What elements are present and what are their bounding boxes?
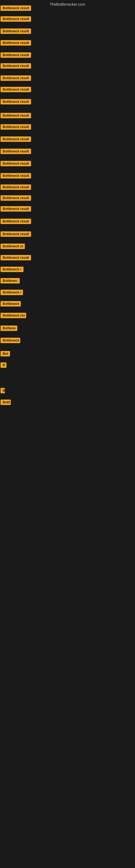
bottleneck-item: Bottleneck result (1, 75, 31, 82)
bottleneck-badge[interactable]: Bottleneck result (1, 87, 31, 92)
bottleneck-item: Bottleneck result (1, 206, 31, 213)
bottleneck-badge[interactable]: Bottleneck result (1, 75, 31, 81)
bottleneck-badge[interactable]: Bottleneck result (1, 184, 31, 190)
bottleneck-item: Bottleneck result (1, 255, 31, 261)
bottleneck-item: Bottleneck r (1, 267, 24, 273)
bottleneck-badge[interactable]: Bottl (1, 400, 11, 405)
bottleneck-item: Bottleneck r (1, 290, 23, 296)
bottleneck-badge[interactable]: Bottleneck (1, 338, 20, 343)
bottleneck-item: Bottleneck result (1, 219, 31, 225)
bottleneck-item: B (1, 362, 6, 369)
bottleneck-item: Bottleneck result (1, 29, 31, 35)
bottleneck-badge[interactable]: Bottleneck res (1, 313, 26, 318)
bottleneck-badge[interactable]: Bottleneck result (1, 219, 31, 224)
bottleneck-item: Bottleneck result (1, 52, 31, 59)
bottleneck-item: Bottleneck res (1, 313, 26, 319)
bottleneck-item: Bottleneck result (1, 195, 31, 202)
bottleneck-item: Bottleneck (1, 301, 21, 308)
bottleneck-badge[interactable]: Bottleneck result (1, 63, 31, 69)
bottleneck-item: Bottleneck result (1, 113, 31, 119)
bottleneck-item: Bottleneck re (1, 244, 25, 250)
bottleneck-badge[interactable]: Bottleneck result (1, 195, 31, 201)
bottleneck-badge[interactable]: Bottleneck r (1, 267, 24, 272)
bottleneck-item: B (1, 388, 5, 394)
bottleneck-badge[interactable]: Bottleneck result (1, 5, 31, 11)
bottleneck-badge[interactable]: Bottleneck result (1, 113, 31, 118)
bottleneck-badge[interactable]: Bottleneck result (1, 255, 31, 260)
bottleneck-badge[interactable]: Bottleneck result (1, 52, 31, 58)
bottleneck-badge[interactable]: Bottleneck result (1, 206, 31, 212)
bottleneck-item: Bottleneck result (1, 184, 31, 191)
bottleneck-badge[interactable]: Bottleneck re (1, 244, 25, 249)
bottleneck-item: Bottleneck result (1, 136, 31, 143)
bottleneck-badge[interactable]: Bottleneck result (1, 161, 31, 166)
bottleneck-badge[interactable]: B (1, 362, 6, 368)
bottleneck-item: Bottleneck result (1, 87, 31, 93)
bottleneck-badge[interactable]: Bottleneck result (1, 16, 31, 22)
bottleneck-item: Bottleneck result (1, 63, 31, 70)
bottleneck-item: Bottleneck result (1, 5, 31, 12)
bottleneck-item: Bottleneck result (1, 99, 31, 105)
bottleneck-badge[interactable]: Bottleneck (1, 301, 21, 307)
bottleneck-item: Bottleneck result (1, 124, 31, 131)
bottleneck-badge[interactable]: Bottlene (1, 326, 17, 331)
bottleneck-item: Bottleneck result (1, 173, 31, 180)
bottleneck-item: Bottleneck result (1, 149, 31, 155)
bottleneck-badge[interactable]: Bottleneck r (1, 290, 23, 295)
bottleneck-badge[interactable]: Bottleneck result (1, 136, 31, 142)
bottleneck-item: Bottl (1, 400, 11, 406)
bottleneck-item: Bottleneck result (1, 231, 31, 238)
bottleneck-badge[interactable]: Bot (1, 351, 10, 356)
bottleneck-badge[interactable]: Bottleneck result (1, 173, 31, 179)
bottleneck-badge[interactable]: Bottleneck result (1, 99, 31, 104)
bottleneck-badge[interactable]: Bottleneck result (1, 231, 31, 237)
bottleneck-badge[interactable]: Bottleneck result (1, 29, 31, 34)
bottleneck-item: Bottlene (1, 326, 17, 332)
bottleneck-badge[interactable]: B (1, 388, 5, 393)
bottleneck-item: Bottleneck (1, 338, 20, 344)
bottleneck-badge[interactable]: Bottleneck result (1, 149, 31, 154)
bottleneck-item: Bottleneck result (1, 161, 31, 167)
bottleneck-badge[interactable]: Bottlenec (1, 278, 20, 283)
bottleneck-item: Bottleneck result (1, 16, 31, 23)
bottleneck-item: Bottlenec (1, 278, 20, 284)
bottleneck-badge[interactable]: Bottleneck result (1, 124, 31, 130)
bottleneck-item: Bot (1, 351, 10, 358)
page-container: TheBottlenecker.com Bottleneck resultBot… (0, 0, 135, 868)
bottleneck-badge[interactable]: Bottleneck result (1, 40, 31, 45)
bottleneck-item: Bottleneck result (1, 40, 31, 46)
